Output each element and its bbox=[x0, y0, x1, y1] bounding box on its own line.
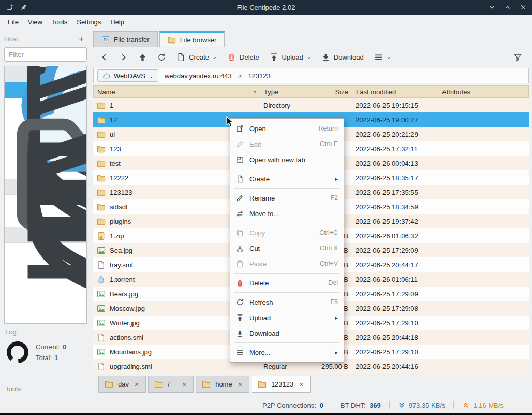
menu-item-right: ▸ bbox=[335, 314, 338, 321]
menubar-item-file[interactable]: File bbox=[3, 16, 23, 28]
file-row-1[interactable]: 1Directory2022-06-25 19:15:15 bbox=[93, 98, 529, 112]
cell-size bbox=[312, 98, 352, 112]
context-menu-item-more[interactable]: More...▸ bbox=[230, 345, 344, 360]
menubar-item-help[interactable]: Help bbox=[106, 16, 129, 28]
document-icon bbox=[97, 333, 106, 342]
download-speed-value: 973.35 KB/s bbox=[409, 402, 446, 409]
column-header-size[interactable]: Size bbox=[312, 86, 352, 97]
close-icon[interactable]: × bbox=[181, 380, 187, 389]
column-header-attributes[interactable]: Attributes bbox=[438, 86, 528, 97]
pin-icon[interactable] bbox=[19, 3, 28, 12]
context-menu-item-open[interactable]: OpenReturn bbox=[230, 121, 344, 136]
tab-label: File transfer bbox=[114, 36, 150, 44]
tab-file-transfer[interactable]: File transfer bbox=[93, 31, 158, 47]
folder-icon bbox=[105, 380, 113, 389]
rename-icon bbox=[236, 194, 244, 202]
create-button[interactable]: Create bbox=[172, 50, 221, 65]
upload-button[interactable]: Upload bbox=[265, 50, 316, 65]
delete-label: Delete bbox=[240, 53, 259, 61]
column-header-name[interactable]: Name▾ bbox=[94, 86, 260, 97]
cell-attributes bbox=[438, 257, 529, 272]
tab-label: home bbox=[215, 380, 232, 388]
cell-attributes bbox=[438, 316, 529, 330]
cell-attributes bbox=[438, 127, 529, 141]
context-menu-item-cut[interactable]: CutCtrl+X bbox=[230, 240, 344, 256]
column-label: Attributes bbox=[442, 88, 470, 96]
funnel-icon bbox=[513, 53, 522, 62]
bottom-tab-dav[interactable]: dav× bbox=[98, 376, 146, 393]
cell-type: Directory bbox=[260, 98, 312, 112]
copy-icon bbox=[236, 229, 244, 237]
close-button[interactable] bbox=[520, 4, 527, 11]
file-name: Bears.jpg bbox=[110, 290, 138, 298]
context-menu-item-download[interactable]: Download bbox=[230, 325, 344, 341]
minimize-button[interactable] bbox=[489, 4, 496, 11]
cell-modified: 2022-06-26 01:06:32 bbox=[352, 228, 438, 243]
menu-item-right: Return bbox=[318, 125, 338, 132]
image-icon bbox=[97, 304, 106, 313]
filter-button[interactable] bbox=[509, 50, 527, 65]
filter-input[interactable] bbox=[4, 47, 87, 62]
column-header-last-modified[interactable]: Last modified bbox=[352, 86, 438, 97]
context-menu-item-move-to[interactable]: Move to... bbox=[230, 206, 344, 221]
create-file-icon bbox=[236, 175, 244, 183]
menubar-item-tools[interactable]: Tools bbox=[47, 16, 72, 28]
menu-item-right: Del bbox=[328, 279, 338, 287]
column-header-type[interactable]: Type bbox=[260, 86, 312, 97]
upload-icon bbox=[270, 53, 278, 62]
bottom-tab-home[interactable]: home× bbox=[196, 376, 249, 393]
trash-icon bbox=[236, 279, 244, 287]
context-menu-item-refresh[interactable]: RefreshF5 bbox=[230, 294, 344, 310]
context-menu-item-create[interactable]: Create▸ bbox=[230, 171, 344, 187]
cell-attributes bbox=[438, 98, 529, 112]
delete-button[interactable]: Delete bbox=[223, 50, 264, 65]
folder-icon bbox=[97, 145, 106, 153]
host-group-sdfsdf[interactable]: sdfsdf bbox=[5, 227, 86, 243]
close-icon[interactable]: × bbox=[298, 380, 304, 389]
tab-label: File browser bbox=[180, 36, 217, 44]
add-host-button[interactable]: + bbox=[76, 35, 87, 44]
trash-icon bbox=[227, 53, 236, 62]
divider bbox=[453, 401, 454, 409]
cell-attributes bbox=[438, 330, 529, 345]
menu-item-right: ▸ bbox=[335, 349, 338, 356]
menubar-item-view[interactable]: View bbox=[23, 16, 47, 28]
menu-item-label: Copy bbox=[249, 229, 265, 237]
current-stat: Current:0 bbox=[36, 341, 66, 352]
maximize-button[interactable] bbox=[504, 4, 511, 11]
context-menu-item-open-with-new-tab[interactable]: Open with new tab bbox=[230, 152, 344, 167]
refresh-button[interactable] bbox=[153, 50, 171, 65]
breadcrumb-host[interactable]: webdav.yandex.ru:443 bbox=[165, 72, 232, 80]
cell-attributes bbox=[438, 359, 529, 374]
up-button[interactable] bbox=[134, 50, 152, 65]
cell-attributes bbox=[438, 199, 529, 214]
menu-item-label: Delete bbox=[249, 279, 269, 287]
close-icon[interactable]: × bbox=[134, 380, 140, 389]
bottom-tab-123123[interactable]: 123123× bbox=[252, 376, 311, 393]
context-menu-item-rename[interactable]: RenameF2 bbox=[230, 190, 344, 206]
protocol-dropdown[interactable]: WebDAVS bbox=[97, 69, 158, 82]
back-button[interactable] bbox=[95, 50, 113, 65]
back-icon bbox=[100, 53, 109, 62]
tab-file-browser[interactable]: File browser bbox=[159, 31, 225, 47]
bt-dht: BT DHT: 369 bbox=[341, 402, 381, 409]
forward-button[interactable] bbox=[114, 50, 132, 65]
total-value: 1 bbox=[54, 354, 58, 362]
submenu-arrow-icon: ▸ bbox=[335, 349, 338, 356]
cell-modified: 2022-06-25 17:32:11 bbox=[352, 141, 438, 156]
context-menu-item-upload[interactable]: Upload▸ bbox=[230, 310, 344, 325]
download-button[interactable]: Download bbox=[317, 50, 368, 65]
breadcrumb-path[interactable]: 123123 bbox=[248, 72, 270, 80]
refresh-icon bbox=[236, 298, 244, 306]
host-list: Allwebdav.yandex.ru:443192.168.1.4:22aki… bbox=[4, 66, 87, 324]
context-menu-item-delete[interactable]: DeleteDel bbox=[230, 275, 344, 291]
menu-button[interactable] bbox=[370, 50, 395, 65]
bottom-tab-item[interactable]: /× bbox=[148, 376, 194, 393]
window-controls bbox=[489, 4, 527, 11]
file-name: ui bbox=[110, 131, 115, 138]
close-icon[interactable]: × bbox=[237, 380, 243, 389]
column-label: Last modified bbox=[356, 88, 396, 96]
menubar-item-settings[interactable]: Settings bbox=[72, 16, 106, 28]
file-name: 1.torrent bbox=[110, 276, 135, 283]
submenu-arrow-icon: ▸ bbox=[335, 176, 338, 182]
